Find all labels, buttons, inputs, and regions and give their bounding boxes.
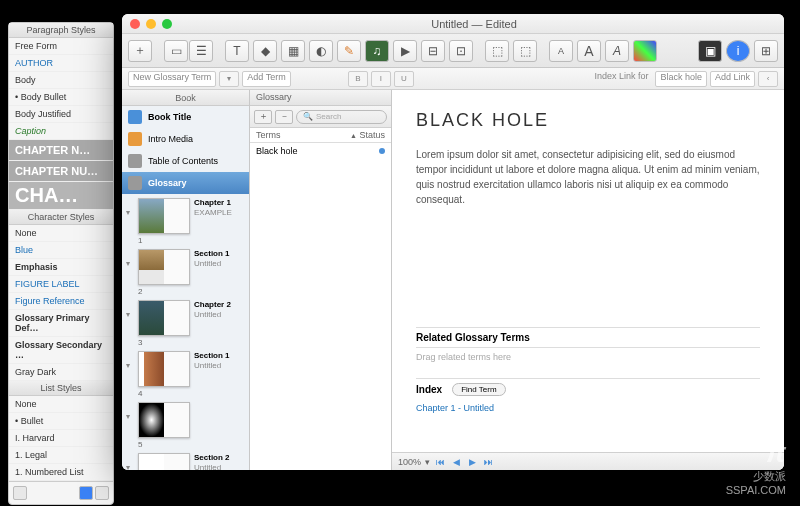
minimize-icon[interactable]: [146, 19, 156, 29]
style-item[interactable]: Body: [9, 72, 113, 89]
font-small-button[interactable]: A: [549, 40, 573, 62]
shapes-button[interactable]: ◆: [253, 40, 277, 62]
status-col-header[interactable]: ▲ Status: [350, 130, 385, 140]
zoom-dropdown-icon[interactable]: ▾: [425, 457, 430, 467]
chevron-down-icon[interactable]: ▾: [126, 198, 134, 217]
html-button[interactable]: ⊡: [449, 40, 473, 62]
style-drawer-button[interactable]: [95, 486, 109, 500]
front-button[interactable]: ⬚: [485, 40, 509, 62]
font-large-button[interactable]: A: [577, 40, 601, 62]
widgets-button[interactable]: ✎: [337, 40, 361, 62]
style-item[interactable]: 1. Legal: [9, 447, 113, 464]
first-page-button[interactable]: ⏮: [434, 456, 446, 468]
page-thumbnail[interactable]: [138, 198, 190, 234]
thumbnail-row[interactable]: ▾ Chapter 2Untitled: [126, 300, 245, 336]
colors-button[interactable]: [633, 40, 657, 62]
add-term-button[interactable]: ＋: [254, 110, 272, 124]
style-item[interactable]: 1. Numbered List: [9, 464, 113, 481]
comment-button[interactable]: ⊟: [421, 40, 445, 62]
zoom-level[interactable]: 100%: [398, 457, 421, 467]
inspector-button[interactable]: ▣: [698, 40, 722, 62]
find-term-button[interactable]: Find Term: [452, 383, 505, 396]
add-link-button[interactable]: Add Link: [710, 71, 755, 87]
style-item[interactable]: CHA…: [9, 182, 113, 210]
book-item[interactable]: Table of Contents: [122, 150, 249, 172]
new-term-select[interactable]: New Glossary Term: [128, 71, 216, 87]
page-thumbnail[interactable]: [138, 300, 190, 336]
style-item[interactable]: Gray Dark: [9, 364, 113, 381]
chevron-down-icon[interactable]: ▾: [126, 453, 134, 470]
style-item[interactable]: AUTHOR: [9, 55, 113, 72]
page-thumbnail[interactable]: [138, 453, 190, 470]
close-icon[interactable]: [130, 19, 140, 29]
style-item[interactable]: FIGURE LABEL: [9, 276, 113, 293]
chevron-down-icon[interactable]: ▾: [126, 300, 134, 319]
book-item[interactable]: Book Title: [122, 106, 249, 128]
page-thumbnail[interactable]: [138, 351, 190, 387]
format-arrow-button[interactable]: ‹: [758, 71, 778, 87]
chapter-link[interactable]: Chapter 1 - Untitled: [416, 400, 760, 416]
style-item[interactable]: Blue: [9, 242, 113, 259]
add-style-button[interactable]: [13, 486, 27, 500]
chevron-down-icon[interactable]: ▾: [126, 402, 134, 421]
back-button[interactable]: ⬚: [513, 40, 537, 62]
thumbnail-row[interactable]: ▾ Section 2Untitled: [126, 453, 245, 470]
page-thumbnail[interactable]: [138, 249, 190, 285]
style-item[interactable]: Glossary Secondary …: [9, 337, 113, 364]
related-terms-placeholder[interactable]: Drag related terms here: [416, 352, 760, 362]
book-item[interactable]: Glossary: [122, 172, 249, 194]
bold-button[interactable]: B: [348, 71, 368, 87]
outline-button[interactable]: ☰: [189, 40, 213, 62]
term-description[interactable]: Lorem ipsum dolor sit amet, consectetur …: [416, 147, 760, 207]
preview-button[interactable]: ▶: [393, 40, 417, 62]
remove-term-button[interactable]: －: [275, 110, 293, 124]
style-item[interactable]: CHAPTER NU…: [9, 161, 113, 182]
chevron-down-icon[interactable]: ▾: [126, 351, 134, 370]
underline-button[interactable]: U: [394, 71, 414, 87]
style-item[interactable]: CHAPTER N…: [9, 140, 113, 161]
terms-col-header[interactable]: Terms: [256, 130, 350, 140]
page-thumbnails[interactable]: ▾ Chapter 1EXAMPLE1▾ Section 1Untitled2▾…: [122, 194, 249, 470]
view-button[interactable]: ▭: [164, 40, 188, 62]
maximize-icon[interactable]: [162, 19, 172, 29]
prev-page-button[interactable]: ◀: [450, 456, 462, 468]
textbox-button[interactable]: T: [225, 40, 249, 62]
style-item[interactable]: Glossary Primary Def…: [9, 310, 113, 337]
thumbnail-row[interactable]: ▾: [126, 402, 245, 438]
page-thumbnail[interactable]: [138, 402, 190, 438]
index-link-dest[interactable]: Black hole: [655, 71, 707, 87]
related-terms-header: Related Glossary Terms: [416, 327, 760, 348]
format-btn-1[interactable]: ▾: [219, 71, 239, 87]
style-item[interactable]: • Bullet: [9, 413, 113, 430]
term-title[interactable]: BLACK HOLE: [416, 110, 760, 131]
style-item[interactable]: None: [9, 396, 113, 413]
last-page-button[interactable]: ⏭: [482, 456, 494, 468]
next-page-button[interactable]: ▶: [466, 456, 478, 468]
style-item[interactable]: Figure Reference: [9, 293, 113, 310]
style-item[interactable]: • Body Bullet: [9, 89, 113, 106]
media-button[interactable]: ♫: [365, 40, 389, 62]
style-item[interactable]: Caption: [9, 123, 113, 140]
add-term-button[interactable]: Add Term: [242, 71, 290, 87]
term-row[interactable]: Black hole: [250, 143, 391, 159]
style-item[interactable]: Free Form: [9, 38, 113, 55]
book-item[interactable]: Intro Media: [122, 128, 249, 150]
style-item[interactable]: I. Harvard: [9, 430, 113, 447]
search-input[interactable]: 🔍 Search: [296, 110, 387, 124]
add-page-button[interactable]: ＋: [128, 40, 152, 62]
thumbnail-row[interactable]: ▾ Section 1Untitled: [126, 351, 245, 387]
style-item[interactable]: Body Justified: [9, 106, 113, 123]
style-item[interactable]: None: [9, 225, 113, 242]
info-button[interactable]: i: [726, 40, 750, 62]
detail-body[interactable]: BLACK HOLE Lorem ipsum dolor sit amet, c…: [392, 90, 784, 452]
fonts-button[interactable]: A: [605, 40, 629, 62]
italic-button[interactable]: I: [371, 71, 391, 87]
thumbnail-row[interactable]: ▾ Section 1Untitled: [126, 249, 245, 285]
thumbnail-row[interactable]: ▾ Chapter 1EXAMPLE: [126, 198, 245, 234]
chevron-down-icon[interactable]: ▾: [126, 249, 134, 268]
table-button[interactable]: ▦: [281, 40, 305, 62]
style-item[interactable]: Emphasis: [9, 259, 113, 276]
media-browser-button[interactable]: ⊞: [754, 40, 778, 62]
style-color-button[interactable]: [79, 486, 93, 500]
charts-button[interactable]: ◐: [309, 40, 333, 62]
